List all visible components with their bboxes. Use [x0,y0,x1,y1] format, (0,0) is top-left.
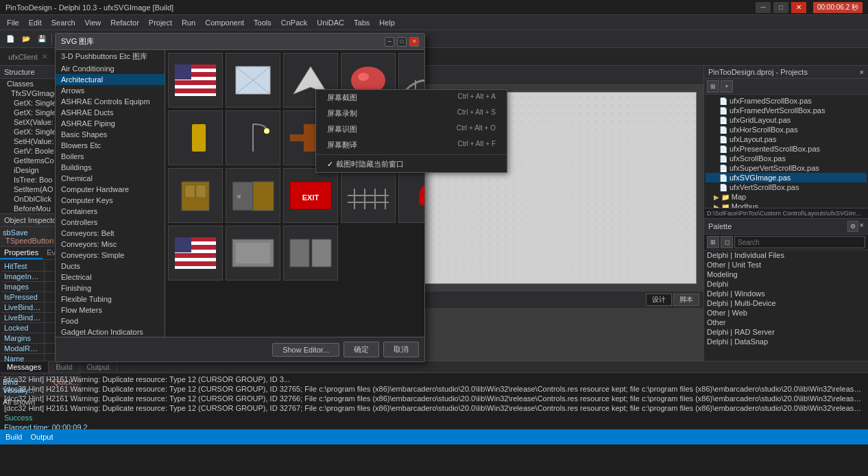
svg-thumb-panel2[interactable] [283,226,338,281]
obj-tab-properties[interactable]: Properties [0,247,43,259]
folder-map[interactable]: ▶ 📁 Map [706,192,867,202]
modal-cat-6[interactable]: ASHRAE Piping [56,118,165,129]
modal-close[interactable]: ✕ [409,37,419,47]
modal-cat-0[interactable]: 3-D Pushbuttons Etc 图库 [56,50,165,63]
palette-icon-2[interactable]: ◻ [721,236,733,248]
svg-thumb-exit[interactable]: EXIT [283,168,338,223]
file-ufxframedscrollbox[interactable]: 📄 ufxFramedScrollBox.pas [706,96,867,106]
restore-btn[interactable]: □ [773,2,788,13]
palette-icon-1[interactable]: ⊞ [707,236,719,248]
file-ufxvertscrollbox[interactable]: 📄 ufxVertScrollBox.pas [706,182,867,192]
minimize-btn[interactable]: ─ [756,2,771,13]
modal-restore[interactable]: □ [397,37,407,47]
menu-run[interactable]: Run [178,17,200,28]
menu-component[interactable]: Component [201,17,248,28]
modal-cat-4[interactable]: ASHRAE Controls Equipm [56,96,165,107]
palette-cat-4[interactable]: Delphi | Windows [704,289,868,298]
menu-refactor[interactable]: Refactor [106,17,143,28]
svg-thumb-flag[interactable] [168,53,223,108]
palette-cat-3[interactable]: Delphi [704,279,868,289]
file-ufxframedvertscrollbox[interactable]: 📄 ufxFramedVertScrollBox.pas [706,106,867,115]
modal-cat-14[interactable]: Containers [56,206,165,217]
design-tab[interactable]: 设计 [646,294,672,306]
close-btn[interactable]: ✕ [791,2,806,13]
file-ufxgridlayout[interactable]: 📄 ufxGridLayout.pas [706,115,867,125]
tab-close-0[interactable]: ✕ [42,53,47,60]
file-ufxpresentedscrollbox[interactable]: 📄 ufxPresentedScrollBox.pas [706,144,867,154]
modal-cat-8[interactable]: Blowers Etc [56,140,165,151]
modal-cat-17[interactable]: Conveyors: Misc [56,239,165,250]
tab-build[interactable]: Build [49,361,80,372]
toolbar-new[interactable]: 📄 [3,32,18,47]
palette-cat-9[interactable]: Delphi | DataSnap [704,337,868,346]
palette-cat-8[interactable]: Delphi | RAD Server [704,327,868,337]
tab-ufxclient[interactable]: ufxClient ✕ [0,48,56,65]
tab-messages[interactable]: Messages [0,361,49,372]
modal-cat-25[interactable]: Gadget Action Indicators [56,326,165,337]
file-ufxsvgimage[interactable]: 📄 ufxSVGImage.pas [706,173,867,182]
menu-cnpack[interactable]: CnPack [277,17,312,28]
modal-cat-3[interactable]: Arrows [56,85,165,96]
modal-minimize[interactable]: ─ [385,37,394,47]
modal-cat-19[interactable]: Ducts [56,261,165,272]
svg-thumb-bell[interactable] [398,168,424,223]
svg-thumb-panel1[interactable] [226,226,280,281]
svg-thumb-glass[interactable] [226,53,280,108]
modal-cat-1[interactable]: Air Conditioning [56,63,165,74]
modal-cat-10[interactable]: Buildings [56,162,165,173]
modal-cat-18[interactable]: Conveyors: Simple [56,250,165,261]
ctx-record[interactable]: 屏幕录制 Ctrl + Alt + S [316,106,507,121]
menu-unidac[interactable]: UniDAC [313,17,348,28]
palette-cat-1[interactable]: Other | Unit Test [704,260,868,270]
toolbar-save[interactable]: 💾 [34,32,49,47]
menu-edit[interactable]: Edit [25,17,46,28]
modal-cat-21[interactable]: Finishing [56,283,165,294]
modal-cat-23[interactable]: Flow Meters [56,305,165,316]
modal-cat-11[interactable]: Chemical [56,173,165,184]
modal-cat-7[interactable]: Basic Shapes [56,129,165,140]
palette-cat-6[interactable]: Other | Web [704,308,868,318]
menu-file[interactable]: File [3,17,23,28]
tab-output[interactable]: Output [80,361,117,372]
file-ufxscrollbox[interactable]: 📄 ufxScrollBox.pas [706,154,867,163]
svg-thumb-door1[interactable] [168,168,223,223]
modal-cat-24[interactable]: Food [56,316,165,326]
modal-cat-13[interactable]: Computer Keys [56,195,165,206]
palette-cat-2[interactable]: Modeling [704,270,868,279]
file-ufxhorscrollbox[interactable]: 📄 ufxHorScrollBox.pas [706,125,867,134]
folder-modbus[interactable]: ▶ 📁 Modbus [706,202,867,208]
svg-thumb-flag2[interactable] [168,226,223,281]
palette-search[interactable] [734,236,865,248]
menu-tools[interactable]: Tools [250,17,276,28]
palette-cat-0[interactable]: Delphi | Individual Files [704,250,868,260]
proj-btn-2[interactable]: + [721,80,733,93]
svg-thumb-gold[interactable] [168,110,223,165]
svg-thumb-door2[interactable] [226,168,280,223]
svg-thumb-fence[interactable] [341,168,396,223]
menu-help[interactable]: Help [375,17,399,28]
modal-cat-9[interactable]: Boilers [56,151,165,162]
file-ufxlayout[interactable]: 📄 ufxLayout.pas [706,134,867,144]
modal-cat-5[interactable]: ASHRAE Ducts [56,107,165,118]
ctx-recognize[interactable]: 屏幕识图 Ctrl + Alt + O [316,121,507,137]
palette-cat-7[interactable]: Other [704,318,868,327]
menu-search[interactable]: Search [47,17,80,28]
modal-cat-12[interactable]: Computer Hardware [56,184,165,195]
modal-cat-20[interactable]: Electrical [56,272,165,283]
palette-settings[interactable]: ⚙ [847,221,858,232]
file-ufxsupervertscrollbox[interactable]: 📄 ufxSuperVertScrollBox.pas [706,163,867,173]
menu-tabs[interactable]: Tabs [350,17,374,28]
menu-view[interactable]: View [81,17,106,28]
script-tab[interactable]: 脚本 [673,294,699,306]
modal-ok-btn[interactable]: 确定 [343,342,379,357]
ctx-screenshot[interactable]: 屏幕截图 Ctrl + Alt + A [316,90,507,106]
modal-cat-16[interactable]: Conveyors: Belt [56,228,165,239]
modal-cat-15[interactable]: Controllers [56,217,165,228]
modal-cancel-btn[interactable]: 取消 [383,342,419,357]
palette-close[interactable]: × [860,221,864,232]
menu-project[interactable]: Project [145,17,176,28]
palette-cat-5[interactable]: Delphi | Multi-Device [704,298,868,308]
show-editor-btn[interactable]: Show Editor... [272,343,339,357]
ctx-hide-window[interactable]: ✓截图时隐藏当前窗口 [316,156,507,172]
projects-close[interactable]: × [860,68,864,76]
